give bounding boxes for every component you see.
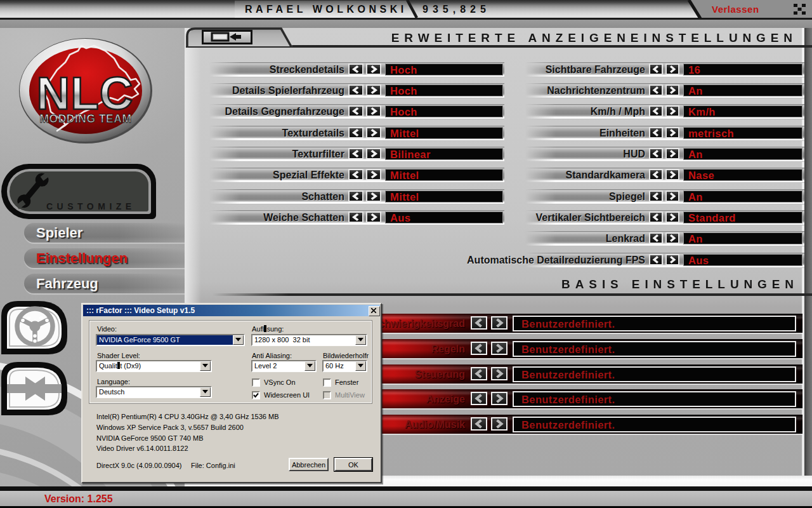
svg-text:MODDING TEAM: MODDING TEAM [39,112,131,125]
svg-text:NLC: NLC [36,67,133,119]
